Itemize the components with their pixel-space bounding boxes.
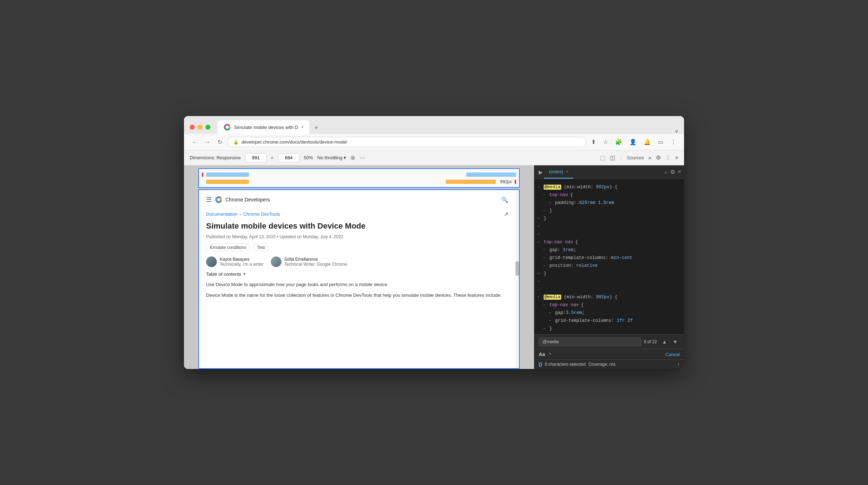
dimensions-label[interactable]: Dimensions: Responsive	[190, 155, 241, 160]
breadcrumb-devtools-link[interactable]: Chrome DevTools	[243, 211, 280, 217]
toc-arrow-icon: ▾	[243, 271, 245, 276]
profile-button[interactable]: 👤	[627, 137, 639, 147]
tag-test[interactable]: Test	[253, 244, 269, 251]
device-mode-button[interactable]: ⬚	[600, 154, 605, 161]
article-para-1: Use Device Mode to approximate how your …	[206, 281, 508, 289]
tag-emulate[interactable]: Emulate conditions	[206, 244, 250, 251]
svg-point-2	[226, 126, 228, 128]
dimension-separator: ×	[271, 155, 274, 161]
article-tags: Emulate conditions Test	[206, 244, 508, 251]
filter-cancel-button[interactable]: Cancel	[665, 352, 680, 357]
line-minus-4: –	[543, 207, 547, 214]
scroll-to-top-button[interactable]: ↑	[677, 361, 680, 367]
breadcrumb-doc-link[interactable]: Documentation	[206, 211, 237, 217]
blue-bar-1[interactable]	[206, 172, 249, 177]
address-bar[interactable]: 🔒 developer.chrome.com/docs/devtools/dev…	[227, 137, 586, 147]
width-input[interactable]	[245, 153, 266, 162]
author-1-title: Technically, I'm a writer	[220, 262, 264, 267]
page-scrollbar[interactable]	[515, 190, 519, 368]
author-1: Kayce Basques Technically, I'm a writer	[206, 256, 264, 267]
more-options-button[interactable]: ⋮	[668, 137, 678, 147]
line-minus-5: –	[537, 215, 542, 222]
zoom-button[interactable]: 50%	[304, 155, 313, 160]
share-button[interactable]: ⬆	[589, 137, 598, 147]
toolbar-more-button[interactable]: ⋯	[359, 154, 365, 161]
line-minus-2: –	[543, 191, 547, 199]
filter-bar: Aa .* Cancel	[534, 349, 684, 359]
code-content-9: position: relative	[549, 262, 598, 269]
code-content-3: padding:.625rem 1.5rem	[555, 199, 614, 206]
search-prev-button[interactable]: ▲	[660, 338, 669, 345]
code-line-7: – gap: 1rem;	[537, 246, 681, 254]
tab-index-label: (index)	[549, 169, 563, 174]
url-text: developer.chrome.com/docs/devtools/devic…	[241, 139, 347, 145]
code-line-5: – }	[537, 215, 681, 222]
devtools-menu-button[interactable]: ⋮	[665, 154, 671, 161]
page-viewport: ☰ Chrome Developers	[198, 189, 520, 369]
bookmark-button[interactable]: ☆	[601, 137, 610, 147]
search-bar: @media 6 of 22 ▲ ▼	[534, 334, 684, 349]
code-content-6: top-nav nav	[544, 239, 573, 246]
code-line-15: – }	[537, 325, 681, 332]
page-search-icon[interactable]: 🔍	[501, 196, 508, 203]
throttle-button[interactable]: No throttling ▾	[317, 155, 346, 160]
new-tab-button[interactable]: +	[311, 122, 322, 134]
share-icon[interactable]: ↗	[504, 211, 508, 218]
tabs-more-button[interactable]: »	[664, 169, 667, 175]
devtools-close-button[interactable]: ×	[675, 155, 678, 161]
tab-close-button[interactable]: ×	[301, 125, 304, 130]
author-2-avatar	[271, 256, 281, 267]
code-content-14: grid-template-columns: 1fr 2f	[555, 317, 633, 324]
svg-point-5	[217, 198, 220, 201]
ruler-area: 992px	[184, 165, 534, 189]
article-title: Simulate mobile devices with Device Mode	[206, 221, 508, 231]
code-content-7: gap: 1rem;	[549, 246, 576, 254]
sensor-button[interactable]: ⊗	[350, 154, 355, 161]
line-minus-10: –	[537, 270, 542, 277]
extensions-button[interactable]: 🧩	[613, 137, 624, 147]
tab-index[interactable]: (index) ×	[544, 165, 573, 179]
toc-section[interactable]: Table of contents ▾	[206, 271, 508, 277]
sidebar-button[interactable]: ▭	[656, 137, 665, 147]
active-tab[interactable]: Simulate mobile devices with D ×	[218, 120, 309, 134]
code-line-14: – grid-template-columns: 1fr 2f	[537, 317, 681, 325]
notification-button[interactable]: 🔔	[642, 137, 653, 147]
forward-button[interactable]: →	[203, 138, 213, 147]
lock-icon: 🔒	[233, 140, 239, 145]
orange-bar-2[interactable]	[446, 180, 496, 184]
code-line-3: – padding:.625rem 1.5rem	[537, 199, 681, 207]
dock-button[interactable]: ◫	[610, 154, 615, 161]
tab-nav-button[interactable]: ▶	[537, 169, 544, 175]
search-next-button[interactable]: ▼	[670, 338, 680, 345]
code-content-10: }	[544, 270, 547, 277]
code-line-12: – top-nav nav {	[537, 301, 681, 309]
reload-button[interactable]: ↻	[215, 137, 224, 147]
close-traffic-light[interactable]	[190, 125, 195, 130]
filter-regex-button[interactable]: .*	[548, 352, 551, 357]
devtools-panel: ▶ (index) × » ⚙ × – @media (min-width: 9…	[534, 165, 684, 369]
orange-bar-1[interactable]	[206, 180, 249, 184]
media-query-ruler: 992px	[198, 168, 520, 188]
panel-settings-icon[interactable]: ⚙	[670, 169, 675, 175]
settings-button[interactable]: ⚙	[656, 154, 661, 161]
code-line-1: – @media (min-width: 992px) {	[537, 183, 681, 191]
line-minus-6: –	[537, 239, 542, 246]
sources-more-button[interactable]: »	[648, 155, 652, 161]
status-text: 6 characters selected	[545, 362, 585, 367]
blue-bar-2[interactable]	[466, 172, 516, 177]
back-button[interactable]: ←	[190, 138, 200, 147]
search-media-input[interactable]: @media	[539, 338, 641, 346]
line-minus-14: –	[549, 317, 553, 324]
minimize-traffic-light[interactable]	[198, 125, 203, 130]
height-input[interactable]	[278, 153, 299, 162]
filter-case-button[interactable]: Aa	[539, 351, 545, 357]
page-scroll-thumb[interactable]	[515, 261, 519, 276]
hamburger-icon[interactable]: ☰	[206, 196, 212, 204]
sources-label[interactable]: Sources	[627, 155, 644, 160]
status-bar: {} 6 characters selected Coverage: n/a ↑	[534, 359, 684, 369]
panel-close-icon[interactable]: ×	[678, 169, 681, 175]
expand-button[interactable]: ∨	[675, 128, 678, 134]
breadcrumb-separator: ›	[239, 212, 241, 217]
tab-index-close[interactable]: ×	[566, 169, 568, 174]
maximize-traffic-light[interactable]	[205, 125, 210, 130]
